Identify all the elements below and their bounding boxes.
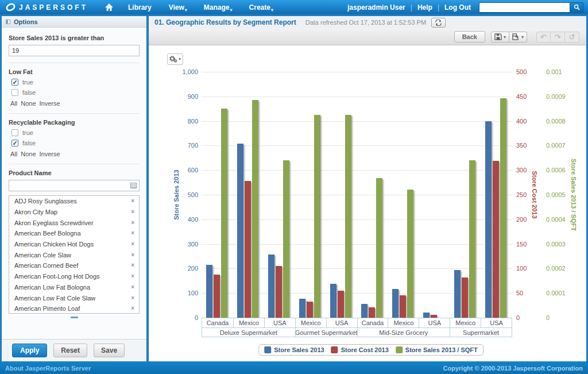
bar-store-cost-2013[interactable] xyxy=(307,302,313,318)
product-list-item[interactable]: American Cole Slaw× xyxy=(9,249,139,260)
product-list-item[interactable]: American Beef Bologna× xyxy=(9,228,139,239)
bar-store-sales-2013[interactable] xyxy=(237,144,243,318)
undo-all-icon[interactable]: ↺ xyxy=(565,32,579,43)
lowfat-link-inverse[interactable]: Inverse xyxy=(40,100,60,107)
user-name[interactable]: jasperadmin User xyxy=(347,3,405,11)
bar-store-sales-2013-sqft[interactable] xyxy=(469,160,475,318)
remove-product-icon[interactable]: × xyxy=(131,221,134,225)
logout-link[interactable]: Log Out xyxy=(444,3,471,11)
bar-store-sales-2013[interactable] xyxy=(299,299,305,318)
product-list-item[interactable]: American Low Fat Bologna× xyxy=(9,282,139,293)
bar-store-cost-2013[interactable] xyxy=(400,295,406,318)
report-toolbar: Back ▾ ▾ ↶ ↷ ↺ xyxy=(149,29,586,45)
bar-store-sales-2013[interactable] xyxy=(454,270,461,318)
bar-store-sales-2013-sqft[interactable] xyxy=(500,98,506,318)
remove-product-icon[interactable]: × xyxy=(131,242,134,246)
bar-store-sales-2013-sqft[interactable] xyxy=(376,178,382,318)
nav-item-manage[interactable]: Manage▾ xyxy=(204,3,232,11)
remove-product-icon[interactable]: × xyxy=(131,253,134,257)
nav-item-library[interactable]: Library xyxy=(128,3,152,11)
back-button[interactable]: Back xyxy=(454,31,485,43)
bar-store-sales-2013[interactable] xyxy=(268,255,274,318)
chart-options-button[interactable]: ▾ xyxy=(167,53,183,65)
product-list-item[interactable]: American Pimento Loaf× xyxy=(9,303,139,314)
legend-item[interactable]: Store Sales 2013 / SQFT xyxy=(396,346,478,353)
recyclable-link-inverse[interactable]: Inverse xyxy=(40,151,60,157)
remove-product-icon[interactable]: × xyxy=(131,285,134,290)
collapse-options-icon[interactable] xyxy=(6,20,10,24)
product-search-input[interactable] xyxy=(9,180,140,191)
bar-store-sales-2013-sqft[interactable] xyxy=(345,115,351,318)
bar-store-sales-2013[interactable] xyxy=(330,284,336,318)
product-list-item[interactable]: Akron City Map× xyxy=(9,207,139,218)
product-list-item[interactable]: American Foot-Long Hot Dogs× xyxy=(9,271,139,282)
jaspersoft-logo-icon xyxy=(6,2,16,12)
bar-store-cost-2013[interactable] xyxy=(245,181,251,318)
bar-store-sales-2013-sqft[interactable] xyxy=(314,115,320,318)
recyclable-link-all[interactable]: All xyxy=(10,151,17,157)
remove-product-icon[interactable]: × xyxy=(131,274,134,279)
list-picker-icon[interactable] xyxy=(130,183,137,188)
product-name: Akron City Map xyxy=(14,209,57,215)
legend-item[interactable]: Store Cost 2013 xyxy=(331,346,389,353)
remove-product-icon[interactable]: × xyxy=(131,263,134,268)
help-link[interactable]: Help xyxy=(417,3,432,11)
product-list-item[interactable]: Akron Eyeglass Screwdriver× xyxy=(9,217,139,228)
bar-store-cost-2013[interactable] xyxy=(276,266,282,318)
remove-product-icon[interactable]: × xyxy=(131,296,134,300)
remove-product-icon[interactable]: × xyxy=(131,231,134,236)
about-link[interactable]: About JasperReports Server xyxy=(5,365,91,372)
nav-separator: | xyxy=(438,3,439,11)
product-list-item[interactable]: ADJ Rosy Sunglasses× xyxy=(9,196,139,207)
bar-store-sales-2013[interactable] xyxy=(206,265,212,318)
bar-store-cost-2013[interactable] xyxy=(369,307,375,318)
recyclable-checkbox-true[interactable] xyxy=(11,129,18,136)
legend-item[interactable]: Store Sales 2013 xyxy=(264,346,324,353)
nav-item-view[interactable]: View▾ xyxy=(169,3,187,11)
apply-button[interactable]: Apply xyxy=(12,344,47,357)
sales-filter-input[interactable] xyxy=(9,45,140,56)
lowfat-link-all[interactable]: All xyxy=(10,100,17,107)
bar-store-sales-2013-sqft[interactable] xyxy=(221,109,227,318)
export-report-button[interactable]: ▾ xyxy=(509,32,527,43)
list-resize-handle[interactable] xyxy=(71,317,78,318)
search-input[interactable] xyxy=(479,2,570,13)
reset-button[interactable]: Reset xyxy=(53,344,87,357)
remove-product-icon[interactable]: × xyxy=(131,210,134,214)
product-list-item[interactable]: American Corned Beef× xyxy=(9,260,139,271)
bar-store-sales-2013[interactable] xyxy=(361,304,368,318)
lowfat-checkbox-false[interactable] xyxy=(11,89,18,96)
save-button[interactable]: Save xyxy=(94,344,125,357)
product-list-item[interactable]: American Chicken Hot Dogs× xyxy=(9,239,139,250)
lowfat-checkbox-true[interactable]: ✓ xyxy=(11,79,18,86)
bar-store-sales-2013[interactable] xyxy=(392,289,399,318)
bar-store-cost-2013[interactable] xyxy=(462,277,468,318)
nav-item-create[interactable]: Create▾ xyxy=(249,3,273,11)
bar-store-sales-2013[interactable] xyxy=(485,121,492,318)
remove-product-icon[interactable]: × xyxy=(131,199,134,203)
bar-store-sales-2013-sqft[interactable] xyxy=(252,100,258,318)
bar-store-sales-2013-sqft[interactable] xyxy=(407,190,413,318)
bar-store-cost-2013[interactable] xyxy=(214,275,220,318)
options-panel-header[interactable]: Options xyxy=(2,16,146,28)
refresh-button[interactable] xyxy=(431,18,446,28)
tick-label: 1,000 xyxy=(182,68,198,75)
bar-group-mexico-1 xyxy=(233,72,264,318)
recyclable-link-none[interactable]: None xyxy=(21,151,36,157)
product-list-item[interactable]: American Low Fat Cole Slaw× xyxy=(9,292,139,303)
remove-product-icon[interactable]: × xyxy=(131,306,134,311)
undo-icon[interactable]: ↶ xyxy=(536,32,551,43)
search-button[interactable] xyxy=(570,2,583,13)
redo-icon[interactable]: ↷ xyxy=(551,32,565,43)
bar-store-sales-2013[interactable] xyxy=(423,313,430,318)
bar-store-cost-2013[interactable] xyxy=(338,291,344,318)
home-icon[interactable] xyxy=(105,3,113,11)
axis-ticks-2: 0.0010.00090.00080.00070.00060.00050.000… xyxy=(546,72,574,318)
chart-plot-area xyxy=(202,72,512,318)
recyclable-checkbox-false[interactable]: ✓ xyxy=(11,140,18,146)
refresh-icon xyxy=(435,20,442,26)
bar-store-sales-2013-sqft[interactable] xyxy=(283,160,289,318)
bar-store-cost-2013[interactable] xyxy=(493,161,499,318)
lowfat-link-none[interactable]: None xyxy=(21,100,36,107)
save-report-button[interactable]: ▾ xyxy=(491,32,509,43)
